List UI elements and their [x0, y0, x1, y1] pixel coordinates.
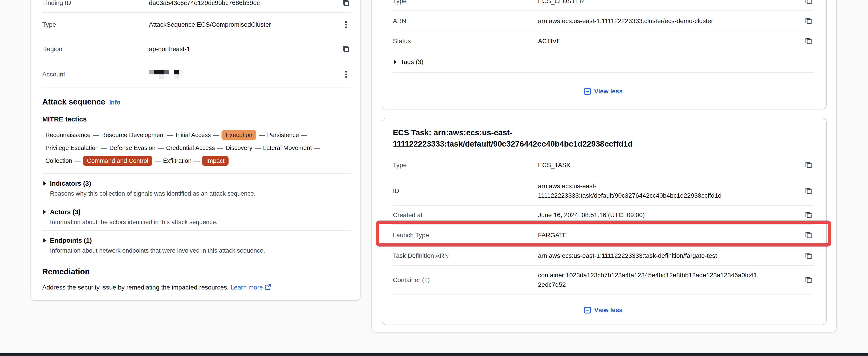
endpoints-expand-toggle[interactable]: Endpoints (1) [42, 237, 351, 244]
tactic-separator: — [167, 131, 174, 139]
cluster-status-value: ACTIVE [538, 36, 804, 46]
ecs-task-card-title: ECS Task: arn:aws:ecs:us-east- 111122223… [393, 127, 813, 149]
collapse-minus-icon [584, 306, 591, 314]
finding-id-value: da03a543c6c74e129dc9bbc7686b39ec [149, 0, 341, 8]
task-id-row: ID arn:aws:ecs:us-east- 111122223333:tas… [393, 176, 813, 206]
mitre-tactics-strip: Reconnaissance—Resource Development—Init… [42, 129, 351, 174]
resource-details-panel: Type ECS_CLUSTER ARN arn:aws:ecs:us-east… [371, 0, 837, 332]
mitre-tactic: Discovery [225, 145, 252, 151]
task-container-label: Container (1) [393, 275, 538, 285]
task-definition-arn-label: Task Definition ARN [393, 251, 538, 260]
copy-icon [805, 0, 812, 5]
expand-triangle-icon [42, 238, 46, 243]
copy-icon [805, 252, 812, 260]
account-label: Account [42, 70, 149, 79]
finding-id-row: Finding ID da03a543c6c74e129dc9bbc7686b3… [42, 0, 351, 13]
remediation-section: Remediation Address the security issue b… [42, 267, 351, 291]
task-type-row: Type ECS_TASK [393, 154, 813, 176]
copy-icon [805, 211, 812, 219]
copy-task-type-button[interactable] [804, 160, 813, 170]
type-value: AttackSequence:ECS/CompromisedCluster [149, 20, 341, 29]
task-created-at-label: Created at [393, 211, 538, 219]
external-link-icon [265, 284, 272, 290]
copy-cluster-type-button[interactable] [804, 0, 813, 6]
attack-sequence-heading-row: Attack sequence Info [42, 97, 351, 107]
account-redacted-value [149, 60, 341, 88]
mitre-tactic: Credential Access [166, 145, 215, 151]
view-less-label: View less [594, 88, 623, 95]
mitre-tactic: Collection [45, 157, 72, 164]
expand-triangle-icon [42, 181, 46, 186]
expand-triangle-icon [393, 59, 397, 64]
copy-task-container-button[interactable] [804, 275, 813, 285]
tactic-separator: — [158, 145, 164, 151]
region-value: ap-northeast-1 [149, 44, 341, 54]
task-container-row: Container (1) container:1023da123cb7b123… [393, 266, 813, 295]
cluster-status-row: Status ACTIVE [393, 31, 813, 51]
mitre-tactic: Initial Access [176, 131, 211, 139]
type-label: Type [42, 20, 149, 29]
mitre-tactic: Resource Development [101, 131, 165, 139]
mitre-tactic: Lateral Movement [263, 145, 312, 151]
indicators-expand-toggle[interactable]: Indicators (3) [42, 180, 351, 187]
copy-icon [805, 37, 812, 45]
tactic-separator: — [301, 131, 307, 139]
mitre-tactic: Privilege Escalation [45, 145, 99, 151]
copy-icon [805, 187, 812, 195]
remediation-title: Remediation [42, 267, 351, 276]
copy-icon [805, 161, 812, 169]
copy-region-button[interactable] [341, 44, 351, 54]
task-created-at-value: June 16, 2024, 08:51:16 (UTC+09:00) [538, 210, 804, 220]
type-actions-menu-button[interactable] [341, 20, 351, 30]
copy-task-definition-arn-button[interactable] [804, 251, 813, 261]
mitre-tactic: Command and Control [83, 156, 153, 166]
cluster-view-less-button[interactable]: View less [393, 73, 813, 110]
copy-cluster-arn-button[interactable] [804, 16, 813, 26]
collapse-minus-icon [584, 88, 591, 95]
learn-more-link[interactable]: Learn more [230, 284, 263, 291]
copy-icon [342, 0, 350, 7]
task-type-label: Type [393, 160, 538, 170]
task-container-value: container:1023da123cb7b123a4fa12345e4bd1… [538, 270, 804, 290]
account-actions-menu-button[interactable] [341, 69, 351, 79]
task-definition-arn-value: arn:aws:ecs:us-east-1:111122223333:task-… [538, 251, 804, 261]
task-type-value: ECS_TASK [538, 160, 804, 170]
actors-description: Information about the actors identified … [50, 218, 351, 226]
task-id-value: arn:aws:ecs:us-east- 111122223333:task/d… [538, 181, 804, 200]
redaction-mosaic [149, 70, 190, 79]
mitre-tactic: Persistence [267, 131, 299, 139]
tactic-separator: — [314, 145, 320, 151]
tags-toggle-label: Tags (3) [401, 58, 423, 66]
bottom-edge-bar [0, 353, 868, 356]
launch-type-highlight-annotation [376, 220, 831, 246]
kebab-menu-icon [342, 70, 350, 79]
cluster-status-label: Status [393, 37, 538, 46]
tactic-separator: — [258, 131, 265, 139]
ecs-cluster-card: Type ECS_CLUSTER ARN arn:aws:ecs:us-east… [382, 0, 827, 110]
copy-icon [805, 276, 812, 284]
tags-expand-toggle[interactable]: Tags (3) [393, 51, 813, 73]
guardduty-finding-page: Finding ID da03a543c6c74e129dc9bbc7686b3… [0, 0, 868, 356]
attack-sequence-info-link[interactable]: Info [109, 99, 120, 106]
tactic-separator: — [254, 145, 260, 151]
endpoints-title: Endpoints (1) [50, 237, 92, 244]
copy-finding-id-button[interactable] [341, 0, 351, 8]
mitre-tactics-title: MITRE tactics [42, 115, 351, 123]
copy-task-id-button[interactable] [804, 186, 813, 196]
view-less-label: View less [594, 306, 623, 314]
copy-task-created-at-button[interactable] [804, 210, 813, 220]
mitre-tactic: Impact [202, 156, 228, 166]
copy-cluster-status-button[interactable] [804, 36, 813, 46]
mitre-tactic: Reconnaissance [45, 131, 91, 139]
region-label: Region [42, 44, 149, 54]
actors-title: Actors (3) [50, 208, 81, 216]
tactic-separator: — [74, 157, 81, 164]
task-view-less-button[interactable]: View less [393, 295, 813, 325]
copy-icon [805, 17, 812, 25]
actors-expand-toggle[interactable]: Actors (3) [42, 208, 351, 216]
copy-icon [342, 45, 350, 53]
attack-sequence-title: Attack sequence [42, 97, 105, 107]
remediation-text: Address the security issue by remediatin… [42, 284, 229, 291]
tactic-separator: — [101, 145, 107, 151]
tactic-separator: — [93, 131, 99, 139]
